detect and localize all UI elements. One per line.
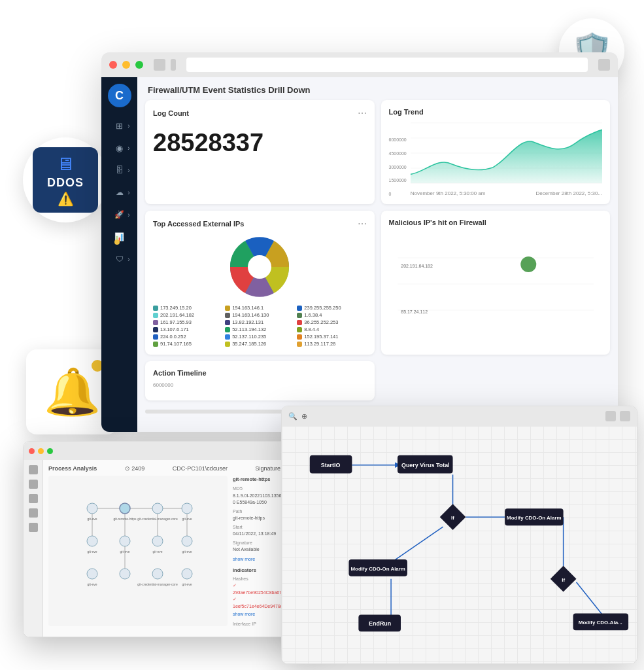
trend-chart-svg: [411, 121, 602, 186]
legend-item-5: 194.163.146.130: [225, 312, 294, 318]
main-content-area: Firewall/UTM Event Statistics Drill Down…: [137, 77, 618, 432]
svg-text:Modify CDO-Ala...: Modify CDO-Ala...: [579, 620, 622, 626]
sidebar-item-reports[interactable]: 📊: [110, 228, 129, 246]
minimize-button[interactable]: [122, 61, 130, 69]
legend-item-14: 52.137.110.235: [225, 334, 294, 340]
bell-icon: 🔔: [44, 365, 101, 419]
svg-point-37: [87, 569, 97, 579]
malicious-label: Malicious IP's hit on Firewall: [389, 219, 486, 226]
legend-item-8: 13.82.192.131: [225, 319, 294, 325]
refresh-button[interactable]: [598, 59, 610, 71]
svg-text:git-credential-manager-core: git-credential-manager-core: [137, 582, 178, 586]
svg-text:git-remote-https: git-remote-https: [113, 517, 137, 521]
process-close[interactable]: [29, 448, 35, 454]
svg-point-23: [120, 503, 130, 514]
top-ips-menu[interactable]: ⋯: [358, 219, 367, 229]
log-count-menu[interactable]: ⋯: [358, 108, 367, 118]
svg-text:git-eve: git-eve: [87, 582, 97, 586]
legend-item-17: 35.247.185.126: [225, 341, 294, 347]
log-trend-header: Log Trend: [389, 108, 603, 116]
svg-text:git-eve: git-eve: [182, 582, 192, 586]
top-ips-label: Top Accessed External IPs: [153, 220, 244, 228]
sidebar-item-database[interactable]: 🗄: [110, 161, 129, 179]
process-header: Process Analysis ⊙ 2409 CDC-PC101\cdcuse…: [48, 465, 318, 472]
svg-text:Modify CDO-On Alarm: Modify CDO-On Alarm: [507, 515, 562, 521]
process-analysis-window: Process Analysis ⊙ 2409 CDC-PC101\cdcuse…: [23, 441, 324, 637]
legend-item-18: 113.29.117.28: [297, 341, 366, 347]
pie-chart-svg: [227, 234, 292, 300]
start-node-label: StartIO: [321, 462, 341, 468]
malicious-ips-card: Malicious IP's hit on Firewall 202.191.6…: [381, 211, 611, 355]
maximize-button[interactable]: [135, 61, 143, 69]
svg-point-33: [152, 536, 163, 546]
legend-item-7: 161.97.155.93: [153, 319, 222, 325]
back-button[interactable]: [154, 59, 165, 71]
sidebar-item-shield[interactable]: 🛡: [110, 250, 129, 268]
ddos-icon-badge: 🖥 DDOS ⚠️: [23, 137, 108, 222]
action-timeline-card: Action Timeline 6000000: [145, 361, 375, 400]
browser-toolbar: [101, 52, 618, 77]
workflow-button-2[interactable]: [620, 411, 630, 421]
legend-item-3: 239.255.255.250: [297, 305, 366, 311]
svg-point-6: [248, 255, 271, 279]
scatter-svg: 202.191.64.182 85.17.24.112: [389, 232, 603, 336]
sidebar-item-cloud[interactable]: ☁: [110, 183, 129, 202]
process-id: ⊙ 2409: [125, 465, 145, 472]
log-trend-card: Log Trend 6000000 4500000 3000000 150000…: [381, 100, 611, 204]
logo[interactable]: C: [108, 84, 131, 107]
process-graph-area: git-eve git-remote-https git-credential-…: [48, 476, 228, 626]
process-nav-icon-1[interactable]: [29, 465, 38, 474]
process-nav-icon-2[interactable]: [29, 480, 38, 489]
svg-point-39: [120, 569, 130, 579]
svg-text:EndRun: EndRun: [369, 620, 391, 627]
scatter-chart: 202.191.64.182 85.17.24.112: [389, 232, 603, 336]
process-maximize[interactable]: [47, 448, 53, 454]
zoom-in-icon[interactable]: ⊕: [301, 412, 307, 421]
process-toolbar: [24, 442, 323, 460]
close-button[interactable]: [109, 61, 117, 69]
timeline-y-label: 6000000: [153, 382, 367, 388]
sidebar-item-grid[interactable]: ⊞: [110, 116, 129, 135]
svg-point-12: [520, 256, 536, 272]
process-graph-svg: git-eve git-remote-https git-credential-…: [48, 476, 228, 626]
process-minimize[interactable]: [38, 448, 44, 454]
trend-y-axis: 6000000 4500000 3000000 1500000 0: [389, 137, 408, 196]
legend-item-9: 36.255.252.253: [297, 319, 366, 325]
forward-button[interactable]: [171, 59, 176, 71]
trend-x-labels: November 9th 2022, 5:30:00 am December 2…: [411, 190, 602, 196]
sidebar-item-eye[interactable]: ◉: [110, 139, 129, 157]
log-count-card: Log Count ⋯ 28528337: [145, 100, 375, 204]
svg-text:If: If: [562, 577, 565, 583]
workflow-window: 🔍 ⊕: [281, 406, 637, 664]
legend-item-12: 8.8.4.4: [297, 326, 366, 332]
ddos-label: DDOS: [47, 176, 84, 190]
process-nav-icon-3[interactable]: [29, 494, 38, 503]
legend-item-1: 173.249.15.20: [153, 305, 222, 311]
svg-text:Modify CDO-On Alarm: Modify CDO-On Alarm: [350, 566, 405, 572]
legend-item-10: 13.107.6.171: [153, 326, 222, 332]
legend-item-4: 202.191.64.182: [153, 312, 222, 318]
svg-text:202.191.64.182: 202.191.64.182: [401, 264, 433, 268]
svg-text:git-eve: git-eve: [182, 550, 192, 554]
svg-point-25: [152, 503, 163, 514]
zoom-icon[interactable]: 🔍: [288, 412, 297, 421]
svg-point-35: [182, 536, 192, 546]
legend-item-2: 194.163.146.1: [225, 305, 294, 311]
process-body: git-eve git-remote-https git-credential-…: [48, 476, 318, 626]
top-ips-card: Top Accessed External IPs ⋯: [145, 211, 375, 355]
log-trend-label: Log Trend: [389, 108, 424, 116]
process-sidebar: [24, 460, 43, 637]
workflow-content: StartIO Query Virus Total If Modify CDO-…: [282, 426, 637, 663]
url-bar[interactable]: [186, 58, 588, 72]
nav-sidebar: C ⊞ ◉ 🗄 ☁ 🚀 📊 🛡: [101, 77, 137, 432]
process-nav-icon-4[interactable]: [29, 508, 38, 518]
svg-point-42: [182, 569, 192, 579]
svg-point-31: [120, 536, 130, 546]
workflow-button-1[interactable]: [605, 411, 616, 421]
pie-chart-container: [153, 234, 367, 300]
ddos-warning-icon: ⚠️: [58, 191, 74, 207]
log-count-value: 28528337: [153, 124, 367, 162]
process-nav-icon-5[interactable]: [29, 523, 38, 532]
sidebar-item-rocket[interactable]: 🚀: [110, 205, 129, 224]
svg-text:git-eve: git-eve: [182, 517, 192, 521]
